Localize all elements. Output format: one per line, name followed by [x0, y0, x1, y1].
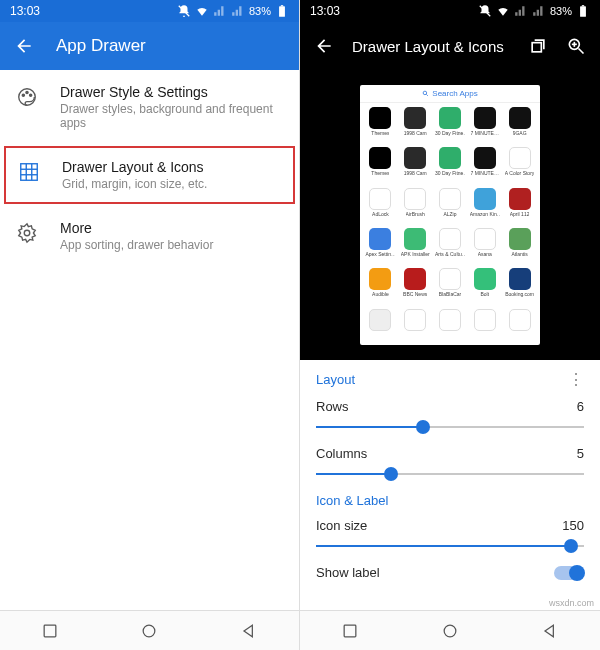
preview-app: AdLock [364, 188, 397, 226]
signal-icon [532, 4, 546, 18]
nav-back-icon[interactable] [40, 621, 60, 641]
svg-rect-18 [532, 43, 541, 52]
item-subtitle: Drawer styles, background and frequent a… [60, 102, 283, 130]
preview-app: 7 MINUTE… [468, 107, 501, 145]
nav-back-icon[interactable] [340, 621, 360, 641]
preview-app: Audible [364, 268, 397, 306]
svg-point-6 [30, 94, 32, 96]
status-battery: 83% [249, 5, 271, 17]
header-right: Drawer Layout & Icons [300, 22, 600, 70]
preview-app: Bolt [468, 268, 501, 306]
drawer-preview: Search Apps Themes1998 Cam30 Day Fitne…7… [300, 70, 600, 360]
preview-app [468, 309, 501, 341]
preview-app: 9GAG [503, 107, 536, 145]
svg-rect-17 [582, 5, 584, 6]
battery-icon [275, 4, 289, 18]
signal-icon [514, 4, 528, 18]
status-battery: 83% [550, 5, 572, 17]
showlabel-toggle[interactable] [554, 566, 584, 580]
preview-app: Booking.com [503, 268, 536, 306]
nav-home-icon[interactable] [139, 621, 159, 641]
columns-slider[interactable] [316, 463, 584, 485]
svg-rect-1 [279, 6, 285, 16]
rows-label: Rows [316, 399, 349, 414]
preview-app: A Color Story [503, 147, 536, 185]
grid-icon [18, 161, 40, 183]
watermark: wsxdn.com [549, 598, 594, 608]
columns-value: 5 [577, 446, 584, 461]
nav-home-icon[interactable] [440, 621, 460, 641]
rows-slider[interactable] [316, 416, 584, 438]
wifi-icon [496, 4, 510, 18]
item-more[interactable]: More App sorting, drawer behavior [0, 206, 299, 266]
preview-app: April 112 [503, 188, 536, 226]
item-subtitle: App sorting, drawer behavior [60, 238, 283, 252]
preview-app: Apex Settin… [364, 228, 397, 266]
preview-search-label: Search Apps [432, 89, 477, 98]
svg-point-12 [24, 230, 30, 236]
nav-recent-icon[interactable] [239, 621, 259, 641]
preview-app: BBC News [399, 268, 432, 306]
preview-app: 7 MINUTE… [468, 147, 501, 185]
svg-point-23 [423, 91, 427, 95]
preview-app: Arts & Cultu… [434, 228, 467, 266]
svg-rect-7 [21, 164, 38, 181]
rows-value: 6 [577, 399, 584, 414]
nav-recent-icon[interactable] [540, 621, 560, 641]
preview-app-grid: Themes1998 Cam30 Day Fitne…7 MINUTE…9GAG… [360, 103, 540, 345]
svg-line-24 [427, 94, 428, 95]
back-arrow-icon[interactable] [314, 36, 334, 56]
svg-line-20 [579, 49, 584, 54]
preview-app: Amazon Kin… [468, 188, 501, 226]
preview-app: 30 Day Fitne… [434, 147, 467, 185]
preview-app: Themes [364, 107, 397, 145]
preview-app [364, 309, 397, 341]
svg-point-26 [444, 625, 456, 637]
preview-app: 1998 Cam [399, 147, 432, 185]
preview-app: Asana [468, 228, 501, 266]
item-title: Drawer Style & Settings [60, 84, 283, 100]
back-arrow-icon[interactable] [14, 36, 34, 56]
section-icon-label: Icon & Label [316, 493, 584, 508]
section-layout: Layout [316, 372, 355, 387]
copy-icon[interactable] [528, 36, 548, 56]
showlabel-label: Show label [316, 565, 380, 580]
item-title: More [60, 220, 283, 236]
preview-app: AirBrush [399, 188, 432, 226]
search-icon [422, 90, 429, 97]
more-menu-icon[interactable]: ⋮ [568, 370, 584, 389]
preview-search: Search Apps [360, 85, 540, 103]
svg-point-5 [26, 91, 28, 93]
item-drawer-layout[interactable]: Drawer Layout & Icons Grid, margin, icon… [4, 146, 295, 204]
iconsize-slider[interactable] [316, 535, 584, 557]
preview-app: BlaBlaCar [434, 268, 467, 306]
preview-app: 30 Day Fitne… [434, 107, 467, 145]
preview-app: APK Installer [399, 228, 432, 266]
gear-icon [16, 222, 38, 244]
phone-left: 13:03 83% App Drawer Drawer Style & Sett… [0, 0, 300, 650]
nav-bar [0, 610, 299, 650]
svg-point-4 [22, 94, 24, 96]
status-bar: 13:03 83% [0, 0, 299, 22]
signal-icon [213, 4, 227, 18]
page-title: App Drawer [56, 36, 146, 56]
status-icons: 83% [478, 4, 590, 18]
status-icons: 83% [177, 4, 289, 18]
svg-rect-25 [344, 625, 356, 637]
wifi-icon [195, 4, 209, 18]
page-title: Drawer Layout & Icons [352, 38, 510, 55]
palette-icon [16, 86, 38, 108]
preview-app [434, 309, 467, 341]
status-bar: 13:03 83% [300, 0, 600, 22]
item-subtitle: Grid, margin, icon size, etc. [62, 177, 281, 191]
zoom-icon[interactable] [566, 36, 586, 56]
iconsize-value: 150 [562, 518, 584, 533]
preview-app: ALZip [434, 188, 467, 226]
svg-point-14 [144, 625, 156, 637]
signal-icon [231, 4, 245, 18]
item-drawer-style[interactable]: Drawer Style & Settings Drawer styles, b… [0, 70, 299, 144]
preview-app: Atlantis [503, 228, 536, 266]
battery-icon [576, 4, 590, 18]
svg-rect-13 [44, 625, 56, 637]
preview-app [503, 309, 536, 341]
